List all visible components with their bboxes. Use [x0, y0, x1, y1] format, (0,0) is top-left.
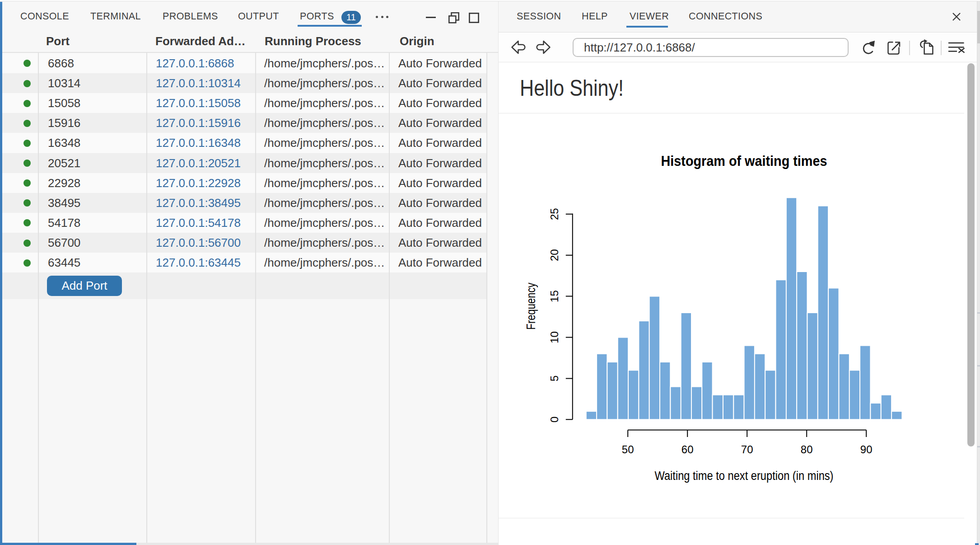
svg-text:15: 15 — [548, 290, 560, 302]
svg-text:5: 5 — [548, 376, 560, 381]
svg-text:10: 10 — [548, 331, 560, 343]
svg-text:70: 70 — [741, 443, 753, 456]
svg-text:Histogram of waiting times: Histogram of waiting times — [661, 153, 827, 169]
svg-text:50: 50 — [622, 443, 634, 456]
svg-text:0: 0 — [548, 417, 560, 423]
svg-text:Frequency: Frequency — [524, 282, 538, 329]
svg-text:20: 20 — [548, 249, 560, 261]
svg-text:80: 80 — [801, 443, 813, 456]
svg-text:60: 60 — [681, 443, 694, 456]
svg-text:Waiting time to next eruption: Waiting time to next eruption (in mins) — [655, 469, 834, 483]
svg-text:90: 90 — [860, 443, 873, 456]
svg-text:25: 25 — [548, 208, 560, 220]
